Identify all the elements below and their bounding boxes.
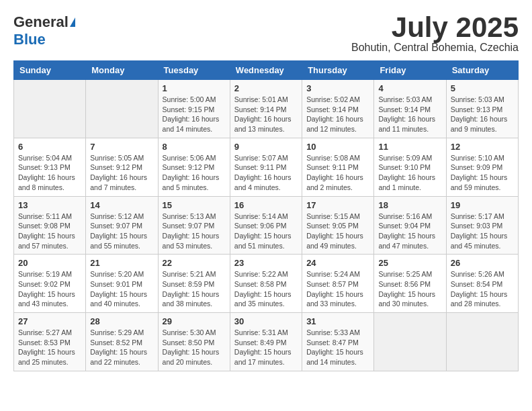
day-number: 22 bbox=[163, 258, 226, 268]
calendar-cell: 13Sunrise: 5:11 AM Sunset: 9:08 PM Dayli… bbox=[14, 196, 86, 255]
title-block: July 2025 Bohutin, Central Bohemia, Czec… bbox=[351, 13, 519, 54]
day-number: 24 bbox=[306, 258, 369, 268]
day-number: 26 bbox=[451, 258, 514, 268]
logo: General Blue bbox=[13, 13, 75, 48]
calendar-table: SundayMondayTuesdayWednesdayThursdayFrid… bbox=[13, 60, 519, 371]
day-number: 19 bbox=[451, 200, 514, 210]
day-info: Sunrise: 5:08 AM Sunset: 9:11 PM Dayligh… bbox=[306, 153, 369, 193]
day-number: 14 bbox=[90, 200, 153, 210]
calendar-week-row: 20Sunrise: 5:19 AM Sunset: 9:02 PM Dayli… bbox=[14, 255, 519, 313]
day-number: 5 bbox=[451, 83, 514, 93]
calendar-cell: 6Sunrise: 5:04 AM Sunset: 9:13 PM Daylig… bbox=[14, 138, 86, 196]
calendar-cell: 12Sunrise: 5:10 AM Sunset: 9:09 PM Dayli… bbox=[446, 138, 518, 196]
day-number: 12 bbox=[451, 142, 514, 152]
day-info: Sunrise: 5:09 AM Sunset: 9:10 PM Dayligh… bbox=[378, 153, 441, 193]
day-info: Sunrise: 5:31 AM Sunset: 8:49 PM Dayligh… bbox=[234, 328, 298, 367]
day-info: Sunrise: 5:04 AM Sunset: 9:13 PM Dayligh… bbox=[18, 153, 81, 193]
calendar-week-row: 27Sunrise: 5:27 AM Sunset: 8:53 PM Dayli… bbox=[14, 313, 519, 371]
calendar-cell: 20Sunrise: 5:19 AM Sunset: 9:02 PM Dayli… bbox=[14, 255, 86, 313]
day-info: Sunrise: 5:03 AM Sunset: 9:13 PM Dayligh… bbox=[451, 95, 514, 134]
day-info: Sunrise: 5:22 AM Sunset: 8:58 PM Dayligh… bbox=[234, 269, 298, 309]
day-number: 15 bbox=[163, 200, 226, 210]
calendar-cell: 17Sunrise: 5:15 AM Sunset: 9:05 PM Dayli… bbox=[302, 196, 374, 255]
day-number: 7 bbox=[90, 142, 153, 152]
weekday-header-saturday: Saturday bbox=[446, 61, 518, 80]
day-number: 17 bbox=[306, 200, 369, 210]
calendar-cell: 25Sunrise: 5:25 AM Sunset: 8:56 PM Dayli… bbox=[374, 255, 446, 313]
weekday-header-friday: Friday bbox=[374, 61, 446, 80]
calendar-cell: 23Sunrise: 5:22 AM Sunset: 8:58 PM Dayli… bbox=[230, 255, 302, 313]
weekday-header-sunday: Sunday bbox=[14, 61, 86, 80]
calendar-cell: 19Sunrise: 5:17 AM Sunset: 9:03 PM Dayli… bbox=[446, 196, 518, 255]
calendar-cell: 30Sunrise: 5:31 AM Sunset: 8:49 PM Dayli… bbox=[230, 313, 302, 371]
location-text: Bohutin, Central Bohemia, Czechia bbox=[351, 42, 519, 54]
calendar-cell: 9Sunrise: 5:07 AM Sunset: 9:11 PM Daylig… bbox=[230, 138, 302, 196]
day-number: 27 bbox=[18, 316, 81, 326]
calendar-cell: 3Sunrise: 5:02 AM Sunset: 9:14 PM Daylig… bbox=[302, 80, 374, 138]
day-number: 13 bbox=[18, 200, 81, 210]
day-number: 21 bbox=[90, 258, 153, 268]
calendar-cell: 27Sunrise: 5:27 AM Sunset: 8:53 PM Dayli… bbox=[14, 313, 86, 371]
day-info: Sunrise: 5:24 AM Sunset: 8:57 PM Dayligh… bbox=[306, 269, 369, 309]
weekday-header-thursday: Thursday bbox=[302, 61, 374, 80]
calendar-cell: 29Sunrise: 5:30 AM Sunset: 8:50 PM Dayli… bbox=[158, 313, 230, 371]
calendar-cell: 31Sunrise: 5:33 AM Sunset: 8:47 PM Dayli… bbox=[302, 313, 374, 371]
calendar-header-row: SundayMondayTuesdayWednesdayThursdayFrid… bbox=[14, 61, 519, 80]
day-info: Sunrise: 5:16 AM Sunset: 9:04 PM Dayligh… bbox=[378, 212, 441, 251]
calendar-week-row: 6Sunrise: 5:04 AM Sunset: 9:13 PM Daylig… bbox=[14, 138, 519, 196]
day-info: Sunrise: 5:06 AM Sunset: 9:12 PM Dayligh… bbox=[163, 153, 226, 193]
day-number: 11 bbox=[378, 142, 441, 152]
page-header: General Blue July 2025 Bohutin, Central … bbox=[13, 13, 519, 54]
month-title: July 2025 bbox=[351, 13, 519, 42]
weekday-header-wednesday: Wednesday bbox=[230, 61, 302, 80]
day-number: 20 bbox=[18, 258, 81, 268]
day-number: 29 bbox=[163, 316, 226, 326]
day-number: 16 bbox=[234, 200, 298, 210]
day-info: Sunrise: 5:15 AM Sunset: 9:05 PM Dayligh… bbox=[306, 212, 369, 251]
day-info: Sunrise: 5:05 AM Sunset: 9:12 PM Dayligh… bbox=[90, 153, 153, 193]
calendar-cell bbox=[374, 313, 446, 371]
day-info: Sunrise: 5:07 AM Sunset: 9:11 PM Dayligh… bbox=[234, 153, 298, 193]
day-number: 6 bbox=[18, 142, 81, 152]
day-number: 25 bbox=[378, 258, 441, 268]
day-info: Sunrise: 5:01 AM Sunset: 9:14 PM Dayligh… bbox=[234, 95, 298, 134]
day-number: 30 bbox=[234, 316, 298, 326]
calendar-cell: 24Sunrise: 5:24 AM Sunset: 8:57 PM Dayli… bbox=[302, 255, 374, 313]
logo-icon bbox=[70, 17, 75, 27]
day-info: Sunrise: 5:30 AM Sunset: 8:50 PM Dayligh… bbox=[163, 328, 226, 367]
calendar-cell: 7Sunrise: 5:05 AM Sunset: 9:12 PM Daylig… bbox=[86, 138, 158, 196]
day-number: 3 bbox=[306, 83, 369, 93]
calendar-cell: 2Sunrise: 5:01 AM Sunset: 9:14 PM Daylig… bbox=[230, 80, 302, 138]
calendar-cell bbox=[86, 80, 158, 138]
day-number: 31 bbox=[306, 316, 369, 326]
weekday-header-monday: Monday bbox=[86, 61, 158, 80]
day-number: 8 bbox=[163, 142, 226, 152]
day-number: 28 bbox=[90, 316, 153, 326]
weekday-header-tuesday: Tuesday bbox=[158, 61, 230, 80]
calendar-week-row: 13Sunrise: 5:11 AM Sunset: 9:08 PM Dayli… bbox=[14, 196, 519, 255]
calendar-cell bbox=[14, 80, 86, 138]
calendar-cell: 18Sunrise: 5:16 AM Sunset: 9:04 PM Dayli… bbox=[374, 196, 446, 255]
day-number: 4 bbox=[378, 83, 441, 93]
day-info: Sunrise: 5:03 AM Sunset: 9:14 PM Dayligh… bbox=[378, 95, 441, 134]
day-info: Sunrise: 5:12 AM Sunset: 9:07 PM Dayligh… bbox=[90, 212, 153, 251]
calendar-cell: 8Sunrise: 5:06 AM Sunset: 9:12 PM Daylig… bbox=[158, 138, 230, 196]
day-number: 18 bbox=[378, 200, 441, 210]
day-info: Sunrise: 5:13 AM Sunset: 9:07 PM Dayligh… bbox=[163, 212, 226, 251]
calendar-cell: 21Sunrise: 5:20 AM Sunset: 9:01 PM Dayli… bbox=[86, 255, 158, 313]
calendar-week-row: 1Sunrise: 5:00 AM Sunset: 9:15 PM Daylig… bbox=[14, 80, 519, 138]
day-info: Sunrise: 5:25 AM Sunset: 8:56 PM Dayligh… bbox=[378, 269, 441, 309]
day-number: 2 bbox=[234, 83, 298, 93]
day-info: Sunrise: 5:29 AM Sunset: 8:52 PM Dayligh… bbox=[90, 328, 153, 367]
day-info: Sunrise: 5:17 AM Sunset: 9:03 PM Dayligh… bbox=[451, 212, 514, 251]
calendar-cell bbox=[446, 313, 518, 371]
logo-blue-text: Blue bbox=[13, 31, 46, 48]
calendar-cell: 16Sunrise: 5:14 AM Sunset: 9:06 PM Dayli… bbox=[230, 196, 302, 255]
day-number: 23 bbox=[234, 258, 298, 268]
day-info: Sunrise: 5:33 AM Sunset: 8:47 PM Dayligh… bbox=[306, 328, 369, 367]
day-info: Sunrise: 5:20 AM Sunset: 9:01 PM Dayligh… bbox=[90, 269, 153, 309]
calendar-cell: 5Sunrise: 5:03 AM Sunset: 9:13 PM Daylig… bbox=[446, 80, 518, 138]
calendar-cell: 4Sunrise: 5:03 AM Sunset: 9:14 PM Daylig… bbox=[374, 80, 446, 138]
calendar-cell: 15Sunrise: 5:13 AM Sunset: 9:07 PM Dayli… bbox=[158, 196, 230, 255]
day-info: Sunrise: 5:19 AM Sunset: 9:02 PM Dayligh… bbox=[18, 269, 81, 309]
